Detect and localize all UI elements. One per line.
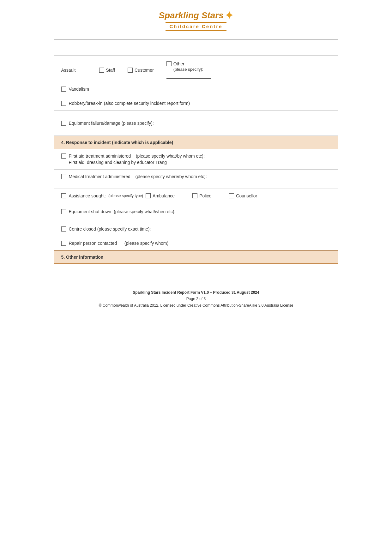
centre-closed-row: Centre closed (please specify exact time… [54,222,338,236]
counsellor-checkbox[interactable] [229,193,234,198]
medical-specify: (please specify where/by whom etc): [135,174,207,179]
ambulance-checkbox[interactable] [146,193,151,198]
equipment-shut-specify: (please specify what/when etc): [114,209,175,214]
ambulance-label: Ambulance [153,193,175,198]
staff-checkbox-item[interactable]: Staff [99,68,115,73]
form-container: Assault Staff Customer Other (please spe… [54,39,338,264]
vandalism-checkbox[interactable] [61,87,66,92]
assistance-checkbox[interactable] [61,193,66,198]
first-aid-row: First aid treatment administered (please… [54,149,338,170]
assistance-options: Ambulance Police Counsellor [146,193,270,198]
assault-section: Assault Staff Customer Other (please spe… [54,56,338,82]
repair-row: Repair person contacted (please specify … [54,236,338,250]
repair-label: Repair person contacted [69,241,117,246]
customer-label: Customer [135,68,154,73]
equipment-failure-row: Equipment failure/damage (please specify… [54,111,338,136]
section5-header: 5. Other information [54,250,338,264]
robbery-row: Robbery/break-in (also complete security… [54,96,338,111]
medical-label: Medical treatment administered [69,174,130,179]
centre-closed-checkbox[interactable] [61,226,66,232]
assistance-row: Assistance sought: (please specify type)… [54,189,338,203]
footer-line1: Sparkling Stars Incident Report Form V1.… [54,289,338,296]
section4-header: 4. Response to incident (indicate which … [54,136,338,149]
medical-row: Medical treatment administered (please s… [54,170,338,189]
logo-star-icon: ✦ [225,9,233,21]
assault-label: Assault [61,68,99,73]
equipment-shut-checkbox[interactable] [61,209,66,214]
logo-area: Sparkling Stars ✦ Childcare Centre [159,9,233,31]
other-specify-line [166,74,211,79]
medical-checkbox[interactable] [61,174,66,179]
logo-brand: Sparkling Stars ✦ [159,9,233,21]
first-aid-content: First aid treatment administered (please… [69,154,205,165]
assistance-specify: (please specify type) [108,194,143,198]
equipment-shut-row: Equipment shut down (please specify what… [54,203,338,222]
equipment-shut-label: Equipment shut down [69,209,112,214]
first-aid-label: First aid treatment administered [69,154,131,159]
vandalism-label: Vandalism [69,87,89,92]
counsellor-label: Counsellor [236,193,257,198]
medical-content: Medical treatment administered (please s… [69,174,207,179]
first-aid-checkbox[interactable] [61,154,66,159]
ambulance-checkbox-item[interactable]: Ambulance [146,193,175,198]
repair-checkbox[interactable] [61,241,66,246]
other-specify-label: (please specify): [173,67,211,72]
customer-checkbox-item[interactable]: Customer [128,68,154,73]
counsellor-checkbox-item[interactable]: Counsellor [229,193,257,198]
robbery-checkbox[interactable] [61,101,66,106]
logo-text-childcare: Childcare Centre [166,22,226,31]
vandalism-row: Vandalism [54,82,338,96]
police-label: Police [199,193,211,198]
customer-checkbox[interactable] [128,68,133,73]
staff-checkbox[interactable] [99,68,104,73]
first-aid-specify: (please specify what/by whom etc): [136,154,205,159]
section5-header-text: 5. Other information [61,255,104,260]
other-label: Other [173,61,184,66]
other-checkbox[interactable] [166,61,172,66]
police-checkbox-item[interactable]: Police [192,193,211,198]
first-aid-detail: First aid, dressing and cleaning by educ… [69,160,205,165]
other-group: Other (please specify): [166,61,211,79]
assistance-label: Assistance sought: [69,193,106,198]
equipment-failure-checkbox[interactable] [61,121,66,126]
repair-specify: (please specify whom): [124,241,170,246]
top-spacer [54,40,338,56]
police-checkbox[interactable] [192,193,197,198]
staff-label: Staff [106,68,115,73]
robbery-label: Robbery/break-in (also complete security… [69,101,190,106]
footer-title: Sparkling Stars Incident Report Form V1.… [133,290,259,295]
footer-line2: Page 2 of 3 [54,296,338,302]
section4-header-text: 4. Response to incident (indicate which … [61,140,173,145]
first-aid-main-text: First aid treatment administered (please… [69,154,205,159]
centre-closed-label: Centre closed (please specify exact time… [69,226,151,232]
logo-text-sparkling: Sparkling Stars [159,10,223,21]
equipment-failure-label: Equipment failure/damage (please specify… [69,121,154,126]
footer: Sparkling Stars Incident Report Form V1.… [54,289,338,309]
footer-line3: © Commonwealth of Australia 2012, Licens… [54,302,338,309]
